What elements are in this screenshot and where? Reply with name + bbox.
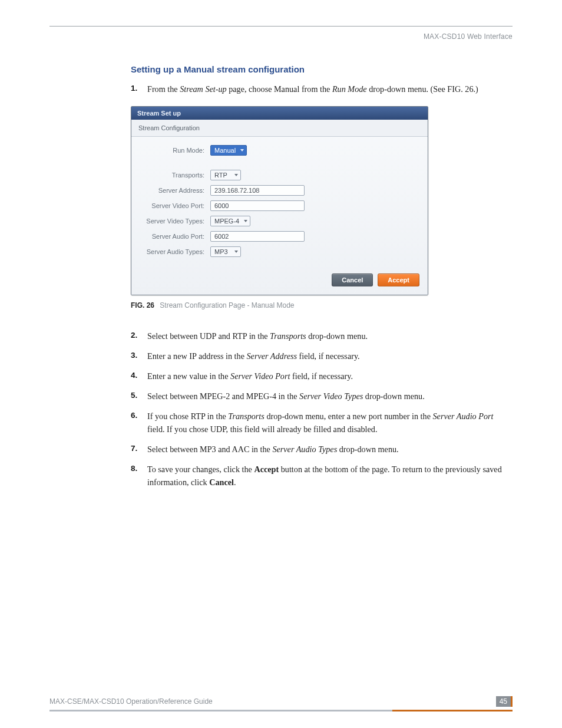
select-server-video-types[interactable]: MPEG-4 (210, 216, 250, 226)
panel-subheader: Stream Configuration (131, 120, 428, 137)
step-text-prefix: Select between MPEG-2 and MPEG-4 in the (147, 391, 299, 401)
header-rule (49, 26, 513, 27)
step-text-prefix: If you chose RTP in the (147, 411, 228, 421)
chevron-down-icon (244, 220, 247, 222)
step-text-italic: Run Mode (332, 84, 367, 94)
label-transports: Transports: (142, 172, 210, 179)
step-text-prefix: From the (147, 84, 180, 94)
figure-caption-text: Stream Configuration Page - Manual Mode (160, 301, 294, 309)
step-text-italic: Transports (228, 411, 265, 421)
label-server-video-types: Server Video Types: (142, 218, 210, 225)
select-run-mode-value: Manual (214, 147, 236, 154)
label-server-audio-port: Server Audio Port: (142, 233, 210, 240)
step-text-suffix: field, if necessary. (297, 351, 360, 361)
page-footer: MAX-CSE/MAX-CSD10 Operation/Reference Gu… (49, 696, 513, 707)
step-text-italic: Server Video Types (299, 391, 363, 401)
step-5: 5. Select between MPEG-2 and MPEG-4 in t… (131, 390, 513, 403)
step-text-suffix: field, if necessary. (290, 371, 353, 381)
page-root: MAX-CSD10 Web Interface Setting up a Man… (0, 0, 562, 728)
step-1: 1. From the Stream Set-up page, choose M… (131, 83, 513, 95)
cancel-button[interactable]: Cancel (332, 274, 373, 286)
step-8: 8. To save your changes, click the Accep… (131, 463, 513, 489)
step-number: 4. (131, 370, 137, 382)
step-6: 6. If you chose RTP in the Transports dr… (131, 410, 513, 436)
step-text-italic: Server Audio Port (433, 411, 494, 421)
figure-caption-number: FIG. 26 (131, 301, 154, 309)
label-server-address: Server Address: (142, 187, 210, 194)
step-7: 7. Select between MP3 and AAC in the Ser… (131, 443, 513, 456)
content-column: 1. From the Stream Set-up page, choose M… (131, 83, 513, 489)
select-server-audio-types-value: MP3 (214, 248, 228, 255)
select-server-audio-types[interactable]: MP3 (210, 246, 241, 257)
accept-button[interactable]: Accept (378, 274, 419, 286)
step-text-prefix: Enter a new IP address in the (147, 351, 247, 361)
figure-caption: FIG. 26 Stream Configuration Page - Manu… (131, 301, 513, 309)
step-number: 2. (131, 330, 137, 342)
step-text-mid: page, choose Manual from the (227, 84, 332, 94)
chevron-down-icon (234, 174, 238, 176)
step-number: 5. (131, 390, 137, 402)
step-text-prefix: To save your changes, click the (147, 465, 254, 474)
step-text-italic: Transports (270, 331, 306, 341)
panel-button-row: Cancel Accept (131, 274, 428, 286)
step-number: 6. (131, 410, 137, 422)
step-3: 3. Enter a new IP address in the Server … (131, 350, 513, 363)
step-text-prefix: Select between MP3 and AAC in the (147, 444, 272, 454)
step-text-suffix: drop-down menu. (363, 391, 424, 401)
row-transports: Transports: RTP (142, 170, 417, 180)
step-number: 8. (131, 463, 137, 475)
steps-list-top: 1. From the Stream Set-up page, choose M… (131, 83, 513, 95)
footer-rule (49, 710, 513, 711)
step-text-suffix: . (234, 477, 236, 487)
label-server-video-port: Server Video Port: (142, 202, 210, 209)
step-text-suffix: drop-down menu. (306, 331, 368, 341)
input-server-audio-port[interactable]: 6002 (210, 231, 305, 242)
label-run-mode: Run Mode: (142, 147, 210, 154)
select-run-mode[interactable]: Manual (210, 145, 247, 156)
step-number: 1. (131, 83, 137, 95)
step-text-suffix: drop-down menu. (See FIG. 26.) (367, 84, 478, 94)
panel-body: Run Mode: Manual Transports: RTP (131, 137, 428, 266)
row-server-audio-types: Server Audio Types: MP3 (142, 246, 417, 257)
step-text-italic: Stream Set-up (180, 84, 226, 94)
step-text-prefix: Select between UDP and RTP in the (147, 331, 270, 341)
select-server-video-types-value: MPEG-4 (214, 218, 239, 225)
chevron-down-icon (234, 251, 238, 253)
section-title: Setting up a Manual stream configuration (131, 64, 513, 74)
step-number: 7. (131, 443, 137, 455)
step-text-bold: Accept (254, 465, 279, 474)
step-4: 4. Enter a new value in the Server Video… (131, 370, 513, 383)
row-server-address: Server Address: 239.168.72.108 (142, 185, 417, 196)
page-number: 45 (496, 696, 513, 707)
row-run-mode: Run Mode: Manual (142, 145, 417, 156)
panel-titlebar: Stream Set up (131, 107, 428, 120)
row-server-video-port: Server Video Port: 6000 (142, 200, 417, 211)
spacer (131, 315, 513, 330)
step-2: 2. Select between UDP and RTP in the Tra… (131, 330, 513, 342)
step-text-mid: drop-down menu, enter a new port number … (265, 411, 433, 421)
step-number: 3. (131, 350, 137, 362)
row-server-audio-port: Server Audio Port: 6002 (142, 231, 417, 242)
panel-inner: Stream Configuration Run Mode: Manual Tr… (131, 120, 428, 295)
screenshot-panel: Stream Set up Stream Configuration Run M… (131, 106, 428, 295)
input-server-address[interactable]: 239.168.72.108 (210, 185, 305, 196)
select-transports-value: RTP (214, 172, 227, 179)
steps-list-bottom: 2. Select between UDP and RTP in the Tra… (131, 330, 513, 489)
step-text-suffix: field. If you chose UDP, this field will… (147, 424, 377, 434)
row-server-video-types: Server Video Types: MPEG-4 (142, 216, 417, 226)
header-right-text: MAX-CSD10 Web Interface (49, 32, 513, 41)
step-text-italic: Server Address (247, 351, 297, 361)
step-text-italic: Server Audio Types (272, 444, 337, 454)
footer-left-text: MAX-CSE/MAX-CSD10 Operation/Reference Gu… (49, 697, 213, 706)
label-server-audio-types: Server Audio Types: (142, 248, 210, 255)
figure-block: Stream Set up Stream Configuration Run M… (131, 106, 513, 309)
select-transports[interactable]: RTP (210, 170, 241, 180)
chevron-down-icon (240, 149, 244, 151)
step-text-bold: Cancel (209, 477, 234, 487)
step-text-prefix: Enter a new value in the (147, 371, 230, 381)
step-text-italic: Server Video Port (230, 371, 290, 381)
input-server-video-port[interactable]: 6000 (210, 200, 305, 211)
spacer (142, 162, 417, 170)
step-text-suffix: drop-down menu. (337, 444, 398, 454)
